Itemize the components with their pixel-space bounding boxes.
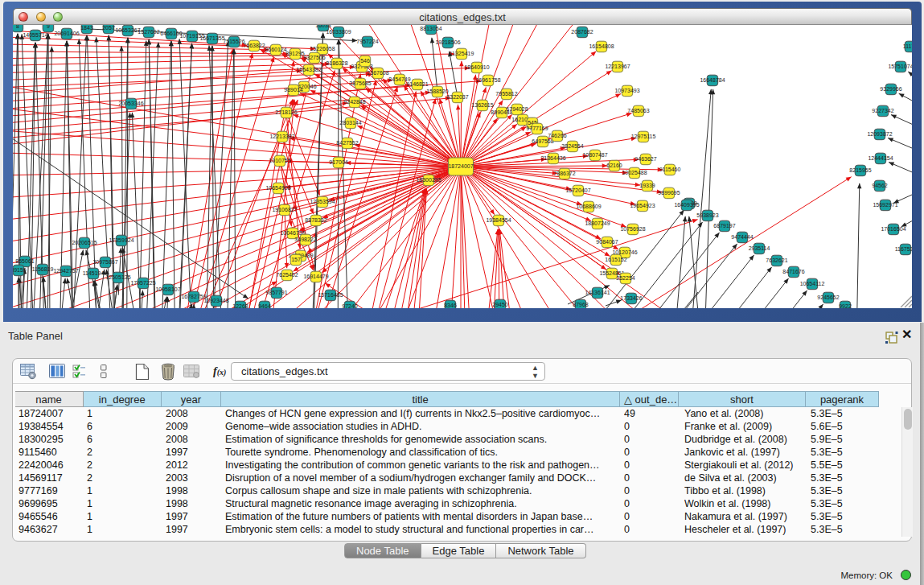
svg-text:546: 546 [360, 58, 370, 64]
svg-text:11325419: 11325419 [450, 51, 474, 56]
svg-text:12268: 12268 [232, 303, 248, 308]
svg-text:6879197: 6879197 [713, 223, 735, 229]
svg-text:94562: 94562 [872, 183, 888, 188]
svg-text:2087682: 2087682 [571, 29, 593, 35]
svg-text:12975115: 12975115 [631, 134, 656, 139]
svg-text:6794028: 6794028 [506, 106, 528, 112]
svg-text:10688609: 10688609 [576, 204, 601, 209]
svg-text:2718126: 2718126 [275, 109, 297, 115]
svg-text:11174: 11174 [903, 43, 912, 49]
svg-text:7632621: 7632621 [766, 257, 787, 263]
svg-text:7955812: 7955812 [495, 91, 517, 97]
svg-text:1145194: 1145194 [83, 270, 105, 276]
svg-text:7625402: 7625402 [276, 272, 298, 278]
svg-text:7957224: 7957224 [356, 39, 378, 44]
svg-text:87968: 87968 [573, 302, 589, 307]
svg-text:19339: 19339 [639, 183, 655, 188]
svg-text:17016504: 17016504 [881, 226, 906, 232]
svg-text:20053346: 20053346 [118, 101, 143, 106]
svg-text:15692971: 15692971 [873, 202, 897, 208]
svg-text:9899695: 9899695 [658, 190, 680, 196]
svg-text:1167534: 1167534 [895, 246, 912, 252]
svg-text:10958107: 10958107 [155, 286, 180, 292]
svg-text:12942757: 12942757 [53, 268, 78, 274]
svg-text:9: 9 [47, 25, 50, 29]
svg-text:15720407: 15720407 [565, 187, 590, 193]
svg-text:17359924: 17359924 [109, 237, 133, 243]
svg-text:16671355: 16671355 [199, 35, 224, 41]
svg-text:10025488: 10025488 [622, 170, 647, 175]
svg-text:12505135: 12505135 [105, 274, 130, 280]
svg-text:8346: 8346 [444, 303, 457, 308]
svg-text:1588520: 1588520 [426, 89, 448, 94]
svg-text:97240: 97240 [342, 303, 358, 308]
svg-text:9463627: 9463627 [634, 156, 656, 162]
svg-text:1362615: 1362615 [471, 102, 493, 108]
svg-text:20691406: 20691406 [54, 31, 79, 36]
svg-text:3498222: 3498222 [294, 237, 316, 242]
svg-text:8427552: 8427552 [336, 140, 358, 146]
svg-text:10756928: 10756928 [620, 226, 645, 232]
svg-text:157: 157 [291, 257, 301, 262]
svg-text:8813054: 8813054 [420, 26, 441, 31]
svg-text:16543382: 16543382 [296, 67, 321, 72]
svg-text:18300295: 18300295 [416, 177, 441, 183]
svg-text:21364436: 21364436 [540, 155, 565, 161]
svg-text:16409395: 16409395 [674, 202, 699, 208]
svg-text:3875685: 3875685 [349, 80, 371, 86]
svg-text:15226058: 15226058 [310, 46, 335, 51]
svg-text:29450: 29450 [492, 302, 508, 307]
svg-text:18807249: 18807249 [585, 220, 610, 226]
svg-text:16961758: 16961758 [475, 77, 500, 83]
svg-text:12353594: 12353594 [310, 199, 335, 204]
svg-text:10923448: 10923448 [203, 298, 228, 303]
svg-text:2803144: 2803144 [339, 120, 361, 126]
svg-text:746266: 746266 [548, 133, 566, 138]
svg-text:15751074: 15751074 [888, 64, 912, 69]
svg-text:19106827: 19106827 [272, 207, 297, 212]
svg-text:1010755: 1010755 [269, 158, 290, 163]
svg-text:8660124: 8660124 [265, 47, 286, 52]
svg-text:7663822: 7663822 [243, 43, 265, 48]
svg-text:14055714: 14055714 [23, 32, 47, 38]
svg-text:855061: 855061 [15, 258, 34, 264]
svg-text:8471676: 8471676 [782, 269, 804, 274]
svg-text:14136141: 14136141 [585, 290, 610, 295]
svg-text:39159: 39159 [13, 267, 27, 273]
svg-text:19654923: 19654923 [630, 203, 655, 208]
svg-text:8186328: 8186328 [326, 60, 347, 66]
svg-text:16154808: 16154808 [589, 43, 614, 49]
svg-text:19384554: 19384554 [486, 217, 511, 223]
svg-text:1733426: 1733426 [620, 295, 642, 301]
svg-text:9245652: 9245652 [817, 295, 839, 300]
svg-text:7515526: 7515526 [223, 39, 244, 44]
svg-text:6497568: 6497568 [532, 138, 553, 144]
svg-text:9464: 9464 [258, 303, 271, 308]
svg-text:917004: 917004 [329, 159, 347, 165]
svg-text:1156819: 1156819 [32, 266, 54, 272]
svg-text:2935114: 2935114 [749, 245, 770, 251]
svg-text:1615152: 1615152 [605, 257, 626, 262]
svg-text:7886372: 7886372 [553, 171, 575, 176]
svg-text:18640910: 18640910 [464, 64, 489, 70]
svg-text:9227342: 9227342 [872, 108, 893, 113]
svg-text:20206515: 20206515 [72, 240, 97, 245]
svg-text:62160: 62160 [606, 163, 622, 168]
svg-text:9327506: 9327506 [303, 55, 325, 60]
svg-text:9777169: 9777169 [526, 126, 548, 131]
svg-text:12213967: 12213967 [605, 64, 630, 69]
svg-text:3824554: 3824554 [561, 143, 583, 149]
svg-text:8322037: 8322037 [446, 94, 468, 100]
svg-text:8: 8 [16, 25, 19, 29]
svg-text:9242848: 9242848 [343, 99, 365, 105]
svg-text:30975867: 30975867 [92, 259, 117, 265]
svg-text:252254: 252254 [616, 275, 634, 281]
svg-text:2367608: 2367608 [367, 70, 388, 76]
svg-text:9115460: 9115460 [659, 167, 681, 172]
svg-text:15716485: 15716485 [318, 292, 343, 298]
svg-text:12444154: 12444154 [868, 155, 893, 161]
svg-text:9474444: 9474444 [731, 234, 753, 240]
svg-text:10654908: 10654908 [265, 185, 290, 191]
svg-text:12213382: 12213382 [269, 134, 294, 139]
svg-text:16033: 16033 [315, 25, 331, 28]
